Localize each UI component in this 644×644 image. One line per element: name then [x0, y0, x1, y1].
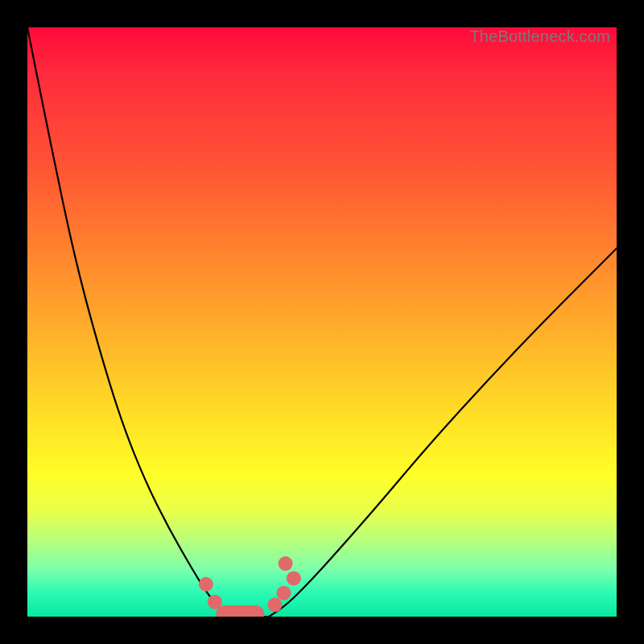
data-marker: [287, 571, 301, 585]
curve-left: [27, 27, 228, 617]
data-marker: [199, 577, 213, 592]
curve-right: [269, 249, 617, 617]
data-marker: [279, 556, 293, 571]
plot-area: TheBottleneck.com: [27, 27, 617, 617]
curve-overlay: [27, 27, 617, 617]
data-marker: [267, 597, 282, 612]
markers-right: [267, 556, 300, 612]
bottom-bar: [216, 605, 264, 617]
data-marker: [276, 586, 291, 601]
data-marker: [208, 595, 222, 609]
watermark-text: TheBottleneck.com: [469, 27, 610, 46]
chart-frame: TheBottleneck.com: [0, 0, 644, 644]
markers-left: [199, 577, 222, 609]
bottom-bar-rect: [216, 605, 264, 617]
